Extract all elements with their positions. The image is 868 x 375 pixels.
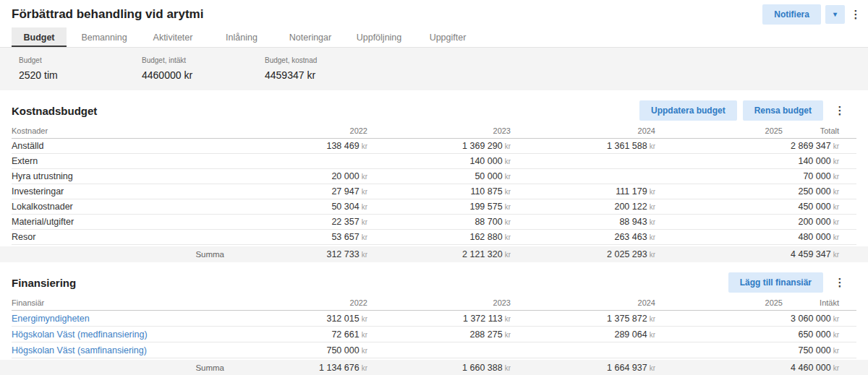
value-cell: 138 469kr bbox=[224, 141, 367, 151]
value-number: 1 361 588 bbox=[607, 141, 647, 151]
currency-suffix: kr bbox=[833, 218, 839, 226]
value-number: 138 469 bbox=[326, 141, 359, 151]
value-cell: 200 122kr bbox=[511, 202, 655, 212]
update-budget-button[interactable]: Uppdatera budget bbox=[639, 100, 737, 121]
financier-link[interactable]: Högskolan Väst (samfinansiering) bbox=[12, 345, 224, 355]
value-number: 88 943 bbox=[619, 217, 647, 227]
value-cell: 250 000kr bbox=[783, 186, 856, 197]
value-number: 22 357 bbox=[331, 217, 359, 227]
tab-aktiviteter[interactable]: Aktiviteter bbox=[142, 27, 204, 47]
page-menu-button[interactable]: ⋮ bbox=[849, 8, 862, 21]
value-cell: 140 000kr bbox=[783, 156, 856, 166]
notify-button[interactable]: Notifiera bbox=[762, 4, 821, 25]
summa-label: Summa bbox=[12, 250, 224, 259]
value-cell: 312 733kr bbox=[224, 249, 367, 259]
cost-table: Kostnader2022202320242025TotaltAnställd1… bbox=[12, 124, 856, 245]
tab-noteringar[interactable]: Noteringar bbox=[279, 27, 341, 47]
currency-suffix: kr bbox=[833, 142, 839, 150]
currency-suffix: kr bbox=[362, 142, 367, 150]
value-cell: 1 369 290kr bbox=[367, 141, 511, 151]
value-cell: 140 000kr bbox=[367, 156, 511, 166]
currency-suffix: kr bbox=[505, 173, 511, 181]
value-number: 312 733 bbox=[326, 249, 359, 259]
currency-suffix: kr bbox=[362, 173, 367, 181]
value-cell: 4 460 000kr bbox=[783, 363, 856, 373]
currency-suffix: kr bbox=[505, 158, 511, 165]
table-row: Energimyndigheten312 015kr1 372 113kr1 3… bbox=[12, 311, 856, 327]
cost-section-menu-button[interactable]: ⋮ bbox=[833, 104, 846, 117]
currency-suffix: kr bbox=[505, 218, 511, 226]
value-number: 750 000 bbox=[798, 345, 830, 355]
value-number: 288 275 bbox=[469, 329, 502, 340]
value-cell: 1 134 676kr bbox=[224, 363, 367, 373]
value-cell: 53 657kr bbox=[224, 232, 367, 242]
page-title: Förbättrad behandling vid arytmi bbox=[12, 7, 762, 22]
currency-suffix: kr bbox=[362, 315, 367, 323]
currency-suffix: kr bbox=[505, 364, 511, 372]
value-number: 20 000 bbox=[331, 171, 359, 181]
value-cell: 199 575kr bbox=[367, 202, 511, 212]
value-cell: 2 025 293kr bbox=[511, 249, 655, 259]
caret-down-icon: ▾ bbox=[833, 10, 837, 18]
financing-section-menu-button[interactable]: ⋮ bbox=[833, 276, 846, 289]
currency-suffix: kr bbox=[362, 364, 367, 372]
summary-band: Budget2520 timBudget, intäkt4460000 krBu… bbox=[0, 47, 868, 90]
tab-uppföljning[interactable]: Uppföljning bbox=[348, 27, 410, 47]
value-number: 1 664 937 bbox=[607, 363, 647, 373]
value-cell: 750 000kr bbox=[783, 345, 856, 355]
value-number: 480 000 bbox=[798, 232, 830, 242]
stat-label: Budget bbox=[19, 56, 142, 64]
value-number: 2 025 293 bbox=[607, 249, 647, 259]
value-cell: 2 121 320kr bbox=[367, 249, 511, 259]
tab-uppgifter[interactable]: Uppgifter bbox=[417, 27, 479, 47]
currency-suffix: kr bbox=[650, 233, 655, 241]
value-number: 88 700 bbox=[475, 217, 502, 227]
value-cell: 750 000kr bbox=[224, 345, 367, 355]
summary-stat: Budget, intäkt4460000 kr bbox=[142, 56, 265, 90]
column-header: 2022 bbox=[224, 126, 367, 138]
tab-budget[interactable]: Budget bbox=[12, 27, 67, 47]
table-row: Resor53 657kr162 880kr263 463kr480 000kr bbox=[12, 230, 856, 245]
table-row: Högskolan Väst (medfinansiering)72 661kr… bbox=[12, 327, 856, 342]
value-cell: 88 943kr bbox=[511, 217, 655, 227]
row-label: Anställd bbox=[12, 141, 224, 151]
value-cell: 650 000kr bbox=[783, 329, 856, 340]
notify-dropdown-button[interactable]: ▾ bbox=[825, 5, 845, 24]
table-header-row: Finansiär2022202320242025Intäkt bbox=[12, 296, 856, 311]
clear-budget-button[interactable]: Rensa budget bbox=[743, 100, 823, 121]
tab-bar: BudgetBemanningAktiviteterInlåningNoteri… bbox=[0, 27, 868, 47]
value-cell: 22 357kr bbox=[224, 217, 367, 227]
value-number: 140 000 bbox=[469, 156, 502, 166]
financier-link[interactable]: Energimyndigheten bbox=[12, 314, 224, 324]
table-row: Extern140 000kr140 000kr bbox=[12, 154, 856, 169]
tab-inlåning[interactable]: Inlåning bbox=[210, 27, 273, 47]
financier-link[interactable]: Högskolan Väst (medfinansiering) bbox=[12, 329, 224, 340]
summary-stat: Budget2520 tim bbox=[19, 56, 142, 90]
value-number: 70 000 bbox=[803, 171, 830, 181]
currency-suffix: kr bbox=[362, 203, 367, 211]
tab-bemanning[interactable]: Bemanning bbox=[73, 27, 135, 47]
value-cell: 3 060 000kr bbox=[783, 314, 856, 324]
add-financier-button[interactable]: Lägg till finansiär bbox=[728, 272, 823, 293]
currency-suffix: kr bbox=[362, 233, 367, 241]
currency-suffix: kr bbox=[833, 158, 839, 165]
value-number: 27 947 bbox=[331, 186, 359, 197]
value-number: 1 372 113 bbox=[463, 314, 503, 324]
column-header: 2025 bbox=[655, 298, 783, 310]
value-number: 50 304 bbox=[331, 202, 359, 212]
stat-label: Budget, intäkt bbox=[142, 56, 265, 64]
currency-suffix: kr bbox=[362, 218, 367, 226]
value-cell: 70 000kr bbox=[783, 171, 856, 181]
financing-summa-band: Summa1 134 676kr1 660 388kr1 664 937kr4 … bbox=[0, 360, 868, 375]
currency-suffix: kr bbox=[505, 251, 511, 259]
value-cell: 162 880kr bbox=[367, 232, 511, 242]
value-cell: 72 661kr bbox=[224, 329, 367, 340]
value-cell: 450 000kr bbox=[783, 202, 856, 212]
row-label: Resor bbox=[12, 232, 224, 242]
value-cell: 288 275kr bbox=[367, 329, 511, 340]
value-number: 750 000 bbox=[326, 345, 359, 355]
value-number: 250 000 bbox=[798, 186, 830, 197]
budget-page: Förbättrad behandling vid arytmi Notifie… bbox=[0, 0, 868, 375]
currency-suffix: kr bbox=[362, 251, 367, 259]
table-row: Hyra utrustning20 000kr50 000kr70 000kr bbox=[12, 169, 856, 184]
